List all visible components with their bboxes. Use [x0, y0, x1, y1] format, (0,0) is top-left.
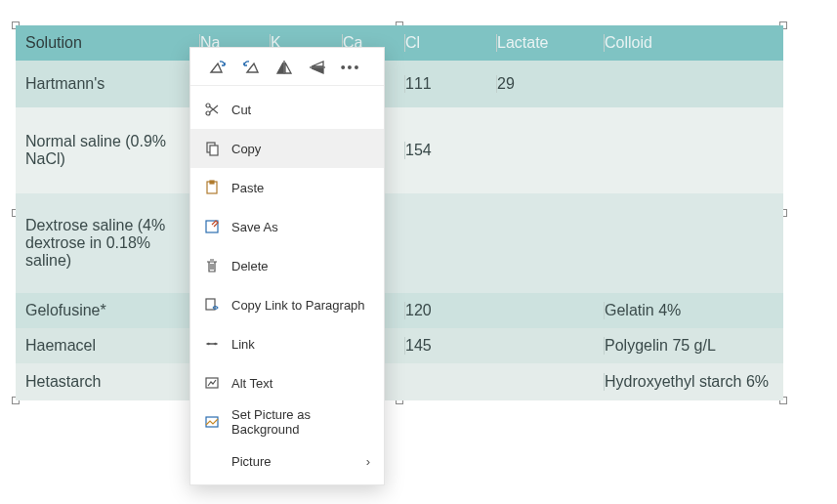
header-colloid: Colloid [604, 34, 783, 52]
rotate-left-icon[interactable] [241, 58, 261, 77]
selected-picture[interactable]: Solution Na K Ca Cl Lactate Colloid Hart… [16, 25, 783, 400]
scissors-icon [204, 102, 231, 117]
flip-horizontal-icon[interactable] [274, 58, 294, 77]
menu-label: Save As [231, 220, 370, 234]
menu-link[interactable]: Link [190, 324, 384, 363]
mini-toolbar: ••• [190, 48, 384, 86]
flip-vertical-icon[interactable] [308, 58, 327, 77]
table-row: Haemacel 145 Polygelin 75 g/L [16, 328, 783, 363]
header-solution: Solution [16, 34, 199, 52]
menu-label: Alt Text [231, 376, 370, 391]
menu-paste[interactable]: Paste [190, 168, 384, 207]
rotate-right-icon[interactable] [208, 58, 228, 77]
table-row: Hartmann's 111 29 [16, 61, 783, 107]
trash-icon [204, 258, 231, 273]
menu-label: Link [231, 337, 370, 352]
menu-alt-text[interactable]: Alt Text [190, 363, 384, 402]
table-row: Normal saline (0.9% NaCl) 154 [16, 107, 783, 193]
save-as-icon [204, 219, 231, 234]
menu-label: Picture [231, 454, 366, 469]
link-icon [204, 336, 231, 352]
menu-label: Delete [231, 259, 370, 273]
cell-solution: Dextrose saline (4% dextrose in 0.18% sa… [16, 217, 199, 270]
svg-rect-5 [210, 181, 214, 184]
svg-rect-3 [210, 146, 218, 155]
menu-label: Paste [231, 181, 370, 195]
cell-cl: 145 [404, 337, 496, 355]
paste-icon [204, 180, 231, 195]
cell-colloid: Hydroxyethyl starch 6% [604, 373, 783, 391]
cell-solution: Hetastarch [16, 373, 199, 391]
cell-colloid: Polygelin 75 g/L [604, 337, 783, 355]
menu-delete[interactable]: Delete [190, 246, 384, 285]
cell-solution: Normal saline (0.9% NaCl) [16, 133, 199, 168]
menu-label: Set Picture as Background [231, 407, 370, 437]
menu-label: Copy Link to Paragraph [231, 298, 370, 313]
copy-icon [204, 141, 231, 156]
cell-cl: 154 [404, 142, 496, 159]
table-row: Hetastarch Hydroxyethyl starch 6% [16, 363, 783, 400]
copy-link-paragraph-icon [204, 297, 231, 313]
cell-solution: Gelofusine* [16, 302, 199, 319]
menu-copy-link-paragraph[interactable]: Copy Link to Paragraph [190, 285, 384, 324]
cell-lactate: 29 [496, 75, 604, 93]
menu-label: Cut [231, 103, 370, 117]
cell-cl: 111 [404, 75, 496, 93]
svg-rect-9 [206, 417, 218, 427]
menu-picture-submenu[interactable]: Picture › [190, 441, 384, 481]
cell-cl: 120 [404, 302, 496, 319]
table-row: Gelofusine* 120 Gelatin 4% [16, 293, 783, 328]
menu-set-picture-background[interactable]: Set Picture as Background [190, 402, 384, 441]
cell-colloid: Gelatin 4% [604, 302, 783, 319]
menu-save-as[interactable]: Save As [190, 207, 384, 246]
table-row: Dextrose saline (4% dextrose in 0.18% sa… [16, 193, 783, 293]
header-cl: Cl [404, 34, 496, 52]
set-background-icon [204, 414, 231, 430]
table-header: Solution Na K Ca Cl Lactate Colloid [16, 25, 783, 61]
context-menu: ••• Cut Copy [189, 47, 385, 485]
cell-solution: Haemacel [16, 337, 199, 355]
cell-solution: Hartmann's [16, 75, 199, 93]
menu-copy[interactable]: Copy [190, 129, 384, 168]
header-lactate: Lactate [496, 34, 604, 52]
chevron-right-icon: › [366, 454, 370, 469]
more-options-icon[interactable]: ••• [341, 58, 360, 77]
alt-text-icon [204, 375, 231, 391]
menu-label: Copy [231, 142, 370, 156]
menu-cut[interactable]: Cut [190, 90, 384, 129]
svg-rect-6 [206, 221, 218, 232]
